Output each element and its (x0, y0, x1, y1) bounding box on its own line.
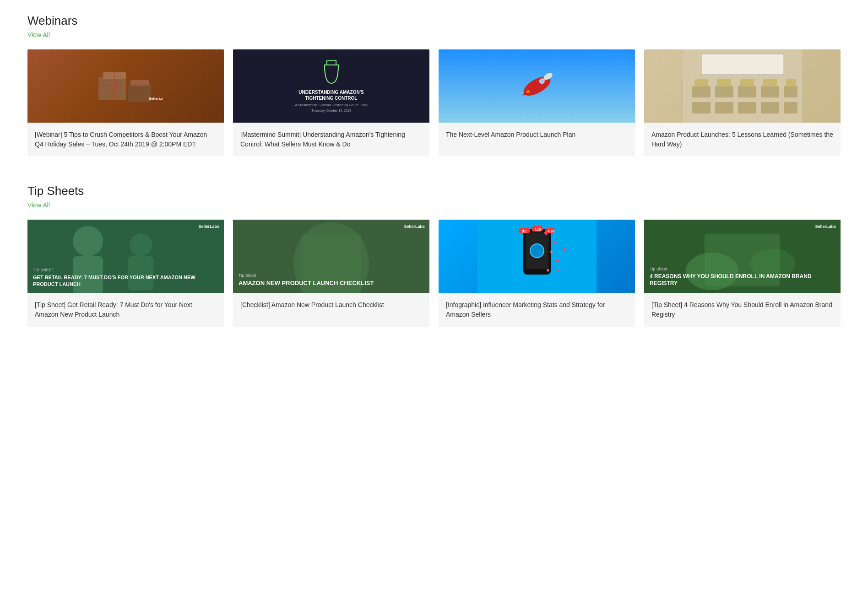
svg-rect-5 (130, 80, 149, 86)
webinar-card-4-body: Amazon Product Launches: 5 Lessons Learn… (644, 123, 841, 156)
svg-rect-17 (715, 86, 733, 97)
tip-card-2-badge: Tip Sheet (239, 273, 374, 278)
webinars-view-all[interactable]: View All (27, 31, 50, 38)
tip-card-2-body: [Checklist] Amazon New Product Launch Ch… (233, 293, 429, 317)
svg-rect-7 (327, 60, 336, 65)
webinar-card-3-title: The Next-Level Amazon Product Launch Pla… (446, 130, 628, 140)
svg-text:♥: ♥ (553, 239, 557, 246)
tip-card-1-image: Tip Sheet GET RETAIL READY: 7 MUST-DO'S … (27, 220, 224, 293)
tip-card-1-body: [Tip Sheet] Get Retail Ready: 7 Must Do'… (27, 293, 224, 327)
tip-card-4[interactable]: Tip Sheet 4 REASONS WHY YOU SHOULD ENROL… (644, 220, 841, 327)
tip-card-2[interactable]: Tip Sheet AMAZON NEW PRODUCT LAUNCH CHEC… (233, 220, 429, 327)
tip-card-2-image: Tip Sheet AMAZON NEW PRODUCT LAUNCH CHEC… (233, 220, 429, 293)
tip-card-2-logo: SellerLabs (404, 224, 425, 229)
webinar-card-4-image (644, 49, 841, 123)
webinars-grid: SellerLabs [Webinar] 5 Tips to Crush Com… (27, 49, 841, 156)
svg-rect-24 (761, 102, 779, 113)
svg-rect-21 (692, 102, 711, 113)
svg-rect-20 (784, 86, 797, 97)
webinars-section: Webinars View All SellerLabs (27, 14, 841, 156)
svg-text:115: 115 (535, 227, 541, 232)
svg-text:4.7k: 4.7k (548, 229, 555, 233)
tip-card-4-body: [Tip Sheet] 4 Reasons Why You Should Enr… (644, 293, 841, 327)
svg-rect-26 (694, 79, 708, 86)
tip-card-3-title: [Infographic] Influencer Marketing Stats… (446, 300, 628, 319)
svg-rect-31 (701, 54, 784, 75)
svg-point-33 (73, 226, 103, 256)
webinar-card-2-body: [Mastermind Summit] Understanding Amazon… (233, 123, 429, 156)
webinars-title: Webinars (27, 14, 841, 28)
svg-rect-28 (740, 79, 754, 86)
svg-text:SellerLabs: SellerLabs (149, 97, 163, 101)
webinar-card-1[interactable]: SellerLabs [Webinar] 5 Tips to Crush Com… (27, 49, 224, 156)
tip-sheets-grid: Tip Sheet GET RETAIL READY: 7 MUST-DO'S … (27, 220, 841, 327)
tip-card-4-logo: SellerLabs (815, 224, 836, 229)
tip-card-1-logo: SellerLabs (198, 224, 219, 229)
svg-point-43 (530, 244, 544, 258)
tip-card-4-image: Tip Sheet 4 REASONS WHY YOU SHOULD ENROL… (644, 220, 841, 293)
webinar-card-4-title: Amazon Product Launches: 5 Lessons Learn… (651, 130, 833, 149)
webinar-card-1-title: [Webinar] 5 Tips to Crush Competitors & … (35, 130, 217, 149)
webinar-card-1-body: [Webinar] 5 Tips to Crush Competitors & … (27, 123, 224, 156)
svg-text:♥: ♥ (550, 249, 553, 255)
svg-text:51: 51 (522, 229, 526, 233)
svg-rect-25 (784, 102, 797, 113)
tip-card-1[interactable]: Tip Sheet GET RETAIL READY: 7 MUST-DO'S … (27, 220, 224, 327)
tip-card-4-badge: Tip Sheet (650, 267, 835, 271)
tip-card-3[interactable]: ♥ ♥ ♥ ♥ ♥ ♥ ♥ 51 115 4.7k [Infograp (439, 220, 635, 327)
svg-rect-16 (692, 86, 711, 97)
webinar-card-3[interactable]: The Next-Level Amazon Product Launch Pla… (439, 49, 635, 156)
svg-rect-18 (738, 86, 756, 97)
tip-card-1-title: [Tip Sheet] Get Retail Ready: 7 Must Do'… (35, 300, 217, 319)
svg-rect-0 (98, 77, 126, 100)
svg-rect-22 (715, 102, 733, 113)
svg-point-11 (540, 79, 543, 83)
webinar-card-2[interactable]: UNDERSTANDING AMAZON'STIGHTENING CONTROL… (233, 49, 429, 156)
tip-card-3-body: [Infographic] Influencer Marketing Stats… (439, 293, 635, 327)
webinar-card-2-title: [Mastermind Summit] Understanding Amazon… (240, 130, 422, 149)
svg-rect-30 (786, 79, 796, 86)
tip-card-1-badge: Tip Sheet (33, 268, 218, 272)
svg-rect-29 (763, 79, 777, 86)
svg-text:♥: ♥ (562, 246, 566, 253)
svg-text:♥: ♥ (558, 268, 560, 273)
tip-card-2-title: [Checklist] Amazon New Product Launch Ch… (240, 300, 422, 310)
svg-point-35 (130, 234, 152, 257)
tip-sheets-view-all[interactable]: View All (27, 201, 50, 209)
svg-rect-19 (761, 86, 779, 97)
tip-card-4-headline: 4 REASONS WHY YOU SHOULD ENROLL IN AMAZO… (650, 273, 835, 287)
tip-sheets-section: Tip Sheets View All Tip Sheet GET RETAIL… (27, 184, 841, 327)
svg-rect-4 (128, 84, 151, 102)
svg-text:♥: ♥ (555, 257, 560, 264)
webinar-card-2-image: UNDERSTANDING AMAZON'STIGHTENING CONTROL… (233, 49, 429, 123)
tip-card-1-headline: GET RETAIL READY: 7 MUST-DO'S FOR YOUR N… (33, 274, 218, 287)
tip-card-2-headline: AMAZON NEW PRODUCT LAUNCH CHECKLIST (239, 280, 374, 287)
webinar-card-1-image: SellerLabs (27, 49, 224, 123)
webinar-card-4[interactable]: Amazon Product Launches: 5 Lessons Learn… (644, 49, 841, 156)
svg-text:♥: ♥ (546, 267, 549, 274)
webinar-card-3-body: The Next-Level Amazon Product Launch Pla… (439, 123, 635, 147)
svg-rect-23 (738, 102, 756, 113)
svg-rect-27 (717, 79, 731, 86)
tip-card-4-title: [Tip Sheet] 4 Reasons Why You Should Enr… (651, 300, 833, 319)
tip-card-3-image: ♥ ♥ ♥ ♥ ♥ ♥ ♥ 51 115 4.7k (439, 220, 635, 293)
tip-sheets-title: Tip Sheets (27, 184, 841, 198)
webinar-card-3-image (439, 49, 635, 123)
